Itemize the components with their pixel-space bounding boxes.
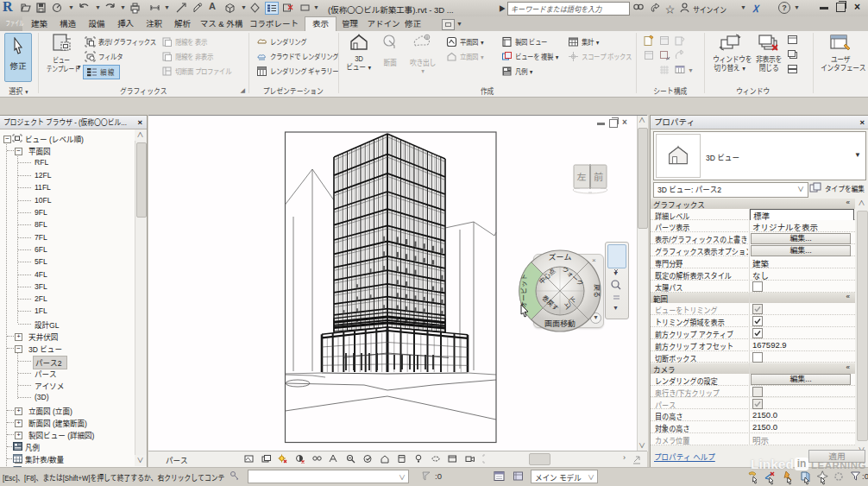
svg-text:前: 前 [594, 172, 603, 182]
svg-text:画面移動: 画面移動 [544, 319, 576, 328]
svg-text:ズーム: ズーム [548, 253, 571, 262]
svg-text:左: 左 [577, 172, 587, 182]
svg-text:オービット: オービット [520, 274, 528, 308]
svg-text:戻る: 戻る [593, 284, 601, 298]
